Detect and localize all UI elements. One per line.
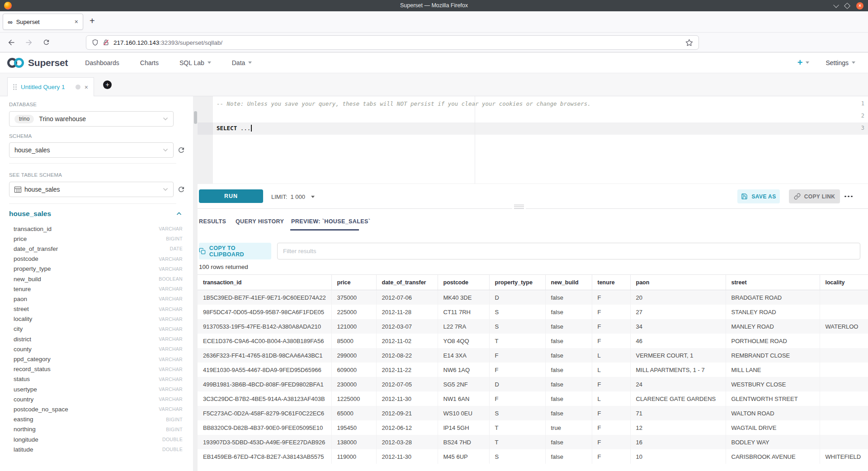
column-header-tenure[interactable]: tenure xyxy=(592,275,630,290)
table-schema-select[interactable]: house_sales xyxy=(9,182,174,197)
table-row[interactable]: 1B5C39ED-BE7F-41EF-9E71-9C60EED74A223750… xyxy=(198,290,868,305)
schema-column-row[interactable]: districtVARCHAR xyxy=(9,334,183,344)
column-header-date_of_transfer[interactable]: date_of_transfer xyxy=(376,275,438,290)
sql-editor[interactable]: 1 2 3 -- Note: Unless you save your quer… xyxy=(198,96,868,184)
table-row[interactable]: EB1459EB-67ED-47C8-B2E7-A38143AB55751190… xyxy=(198,449,868,464)
schema-column-row[interactable]: property_typeVARCHAR xyxy=(9,264,183,274)
table-cell: F xyxy=(592,305,630,319)
table-row[interactable]: 499B1981-3B6B-4BCD-808F-9FED9802BFA12300… xyxy=(198,377,868,391)
nav-item-sql-lab[interactable]: SQL Lab xyxy=(179,59,211,66)
schema-column-row[interactable]: latitudeDOUBLE xyxy=(9,444,183,454)
filter-results-input[interactable] xyxy=(277,243,860,259)
table-cell: 27 xyxy=(630,305,726,319)
column-header-locality[interactable]: locality xyxy=(820,275,868,290)
schema-column-row[interactable]: tenureVARCHAR xyxy=(9,284,183,294)
minimize-icon[interactable] xyxy=(833,2,839,8)
schema-column-row[interactable]: date_of_transferDATE xyxy=(9,244,183,254)
tab-query-history[interactable]: QUERY HISTORY xyxy=(236,218,284,225)
refresh-schema-icon[interactable] xyxy=(177,146,185,154)
nav-item-data[interactable]: Data xyxy=(232,59,252,66)
more-options-button[interactable] xyxy=(841,189,856,203)
schema-column-row[interactable]: statusVARCHAR xyxy=(9,374,183,384)
table-row[interactable]: 3C3C29DC-B7B2-4BE5-914A-A38123AF403B1225… xyxy=(198,391,868,406)
column-header-paon[interactable]: paon xyxy=(630,275,726,290)
superset-logo[interactable]: Superset xyxy=(7,57,68,68)
table-row[interactable]: 419E1030-9A55-4467-8DA9-9FED95D659666090… xyxy=(198,363,868,377)
table-row[interactable]: ECE1D376-C9A6-4C00-B004-A380B189FA568500… xyxy=(198,334,868,348)
schema-column-row[interactable]: eastingBIGINT xyxy=(9,414,183,424)
close-icon[interactable] xyxy=(856,2,863,9)
caret-down-icon xyxy=(806,61,809,64)
schema-column-row[interactable]: longitudeDOUBLE xyxy=(9,434,183,444)
table-row[interactable]: 98F5DC47-0D05-4D59-95B7-98CA6F1FDE052250… xyxy=(198,305,868,319)
column-header-new_build[interactable]: new_build xyxy=(545,275,592,290)
save-as-button[interactable]: SAVE AS xyxy=(737,189,780,203)
bookmark-star-icon[interactable] xyxy=(685,39,693,47)
back-icon[interactable] xyxy=(7,38,15,47)
browser-tab[interactable]: ∞ Superset xyxy=(3,14,83,30)
schema-column-row[interactable]: streetVARCHAR xyxy=(9,304,183,314)
reload-icon[interactable] xyxy=(42,38,50,46)
tab-preview-house-sales[interactable]: PREVIEW: `HOUSE_SALES` xyxy=(291,218,370,225)
schema-select[interactable]: house_sales xyxy=(9,142,174,158)
query-tab[interactable]: Untitled Query 1 xyxy=(7,77,94,96)
column-header-transaction_id[interactable]: transaction_id xyxy=(198,275,331,290)
table-cell: 1B5C39ED-BE7F-41EF-9E71-9C60EED74A22 xyxy=(198,290,331,305)
schema-column-row[interactable]: transaction_idVARCHAR xyxy=(9,224,183,234)
drag-dots-icon[interactable] xyxy=(13,84,17,90)
column-type: VARCHAR xyxy=(159,256,183,262)
nav-item-dashboards[interactable]: Dashboards xyxy=(85,59,119,66)
add-query-tab-button[interactable] xyxy=(103,80,112,89)
copy-link-button[interactable]: COPY LINK xyxy=(789,189,840,203)
column-header-street[interactable]: street xyxy=(726,275,820,290)
table-row[interactable]: F5C273AC-0D2A-458F-8279-9C61F0C22EC66500… xyxy=(198,406,868,420)
table-cell: YO8 4QQ xyxy=(438,334,489,348)
schema-column-row[interactable]: postcodeVARCHAR xyxy=(9,254,183,264)
maximize-icon[interactable] xyxy=(844,2,850,9)
schema-column-row[interactable]: new_buildBOOLEAN xyxy=(9,274,183,284)
nav-item-charts[interactable]: Charts xyxy=(140,59,159,66)
column-header-price[interactable]: price xyxy=(331,275,376,290)
forward-icon[interactable] xyxy=(25,38,33,47)
query-tab-close-icon[interactable] xyxy=(85,84,88,91)
add-new-button[interactable] xyxy=(797,57,810,68)
query-tab-strip: Untitled Query 1 xyxy=(0,73,868,96)
schema-column-row[interactable]: priceBIGINT xyxy=(9,234,183,244)
lock-insecure-icon[interactable] xyxy=(103,39,109,46)
schema-column-row[interactable]: localityVARCHAR xyxy=(9,314,183,324)
table-cell: WAGTAIL DRIVE xyxy=(726,420,820,435)
refresh-table-icon[interactable] xyxy=(177,185,185,193)
shield-icon[interactable] xyxy=(92,39,99,46)
schema-column-row[interactable]: usertypeVARCHAR xyxy=(9,384,183,394)
tab-close-icon[interactable] xyxy=(75,18,78,25)
schema-column-row[interactable]: paonVARCHAR xyxy=(9,294,183,304)
browser-toolbar: 217.160.120.143:32393/superset/sqllab/ xyxy=(0,32,868,52)
schema-column-row[interactable]: countryVARCHAR xyxy=(9,394,183,404)
resize-handle[interactable] xyxy=(512,204,526,210)
table-cell: 2012-07-05 xyxy=(376,377,438,391)
copy-to-clipboard-button[interactable]: COPY TO CLIPBOARD xyxy=(199,243,271,259)
scrollbar-thumb[interactable] xyxy=(194,111,197,124)
database-select[interactable]: trino Trino warehouse xyxy=(9,111,174,127)
column-header-postcode[interactable]: postcode xyxy=(438,275,489,290)
table-cell: false xyxy=(545,391,592,406)
table-row[interactable]: BB8320C9-D82B-4B37-90E0-9FEE05095E101954… xyxy=(198,420,868,435)
run-button[interactable]: RUN xyxy=(199,189,263,203)
column-header-property_type[interactable]: property_type xyxy=(489,275,545,290)
schema-column-row[interactable]: ppd_categoryVARCHAR xyxy=(9,354,183,364)
table-row[interactable]: 2636F323-FF41-4765-81DB-98CAA6A43BC12990… xyxy=(198,348,868,363)
schema-column-row[interactable]: record_statusVARCHAR xyxy=(9,364,183,374)
settings-menu[interactable]: Settings xyxy=(826,59,855,66)
new-tab-button[interactable] xyxy=(90,16,95,26)
limit-dropdown[interactable]: LIMIT: 1 000 xyxy=(271,184,315,209)
schema-column-row[interactable]: countyVARCHAR xyxy=(9,344,183,354)
table-row[interactable]: 193907D3-5DBD-453D-A49E-9FEE27DAB9261380… xyxy=(198,435,868,449)
schema-column-row[interactable]: cityVARCHAR xyxy=(9,324,183,334)
table-cell: WHITEFIELD xyxy=(820,449,868,464)
tab-results[interactable]: RESULTS xyxy=(199,218,226,225)
table-row[interactable]: 91370533-19F5-47FE-B142-A380A8ADA2101210… xyxy=(198,319,868,334)
url-bar[interactable]: 217.160.120.143:32393/superset/sqllab/ xyxy=(86,35,699,50)
collapse-icon[interactable] xyxy=(176,212,182,216)
schema-column-row[interactable]: postcode_no_spaceVARCHAR xyxy=(9,404,183,414)
schema-column-row[interactable]: northingBIGINT xyxy=(9,424,183,434)
